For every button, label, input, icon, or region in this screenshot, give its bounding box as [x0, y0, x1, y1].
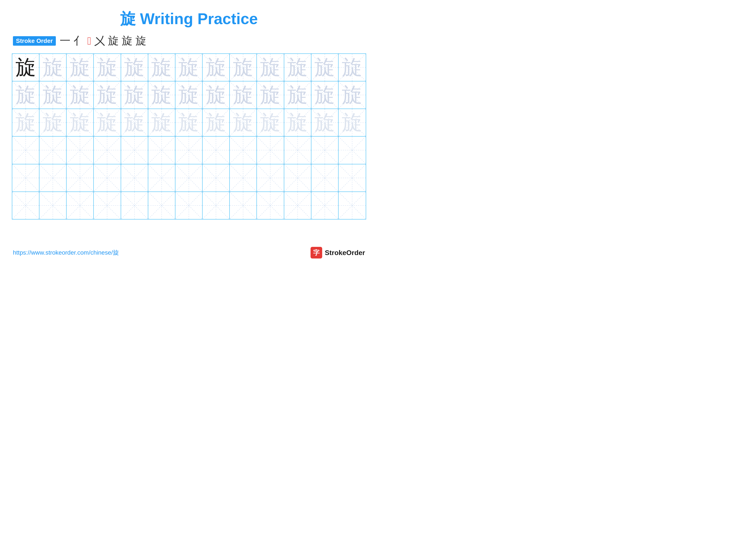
grid-cell-2-13[interactable]: 旋: [338, 81, 366, 109]
grid-cell-2-10[interactable]: 旋: [257, 81, 284, 109]
grid-cell-4-4[interactable]: [94, 137, 121, 164]
grid-cell-3-11[interactable]: 旋: [284, 109, 311, 136]
grid-cell-5-1[interactable]: [12, 165, 40, 191]
char-solid: 旋: [15, 57, 36, 78]
grid-cell-6-9[interactable]: [230, 192, 257, 219]
grid-cell-3-12[interactable]: 旋: [311, 109, 338, 136]
grid-cell-2-8[interactable]: 旋: [202, 81, 230, 109]
stroke-2: 亻: [73, 34, 84, 48]
grid-row-6: [12, 192, 366, 219]
grid-cell-3-8[interactable]: 旋: [202, 109, 230, 136]
stroke-sequence: 一 亻 𠃊 㐅 旋 旋 旋: [60, 34, 146, 48]
grid-cell-6-6[interactable]: [148, 192, 176, 219]
footer-url[interactable]: https://www.strokeorder.com/chinese/旋: [13, 249, 119, 257]
grid-cell-5-8[interactable]: [202, 165, 230, 191]
grid-cell-4-8[interactable]: [202, 137, 230, 164]
footer-logo: 字 StrokeOrder: [310, 247, 365, 259]
grid-cell-4-12[interactable]: [311, 137, 338, 164]
grid-row-3: 旋 旋 旋 旋 旋 旋 旋 旋 旋 旋 旋 旋 旋: [12, 109, 366, 137]
grid-cell-4-9[interactable]: [230, 137, 257, 164]
grid-row-5: [12, 165, 366, 192]
grid-cell-5-12[interactable]: [311, 165, 338, 191]
grid-cell-4-6[interactable]: [148, 137, 176, 164]
grid-cell-4-10[interactable]: [257, 137, 284, 164]
grid-cell-1-13[interactable]: 旋: [338, 54, 366, 81]
stroke-3: 𠃊: [87, 35, 91, 47]
logo-icon-char: 字: [313, 248, 320, 257]
grid-cell-2-7[interactable]: 旋: [176, 81, 202, 109]
logo-text: StrokeOrder: [325, 249, 365, 257]
grid-cell-1-7[interactable]: 旋: [176, 54, 202, 81]
grid-cell-4-1[interactable]: [12, 137, 40, 164]
grid-cell-6-5[interactable]: [121, 192, 148, 219]
grid-cell-6-10[interactable]: [257, 192, 284, 219]
grid-cell-1-6[interactable]: 旋: [148, 54, 176, 81]
grid-cell-6-2[interactable]: [40, 192, 67, 219]
grid-cell-3-1[interactable]: 旋: [12, 109, 40, 136]
grid-row-4: [12, 137, 366, 164]
grid-cell-1-11[interactable]: 旋: [284, 54, 311, 81]
stroke-1: 一: [60, 34, 70, 48]
grid-cell-1-4[interactable]: 旋: [94, 54, 121, 81]
grid-cell-1-12[interactable]: 旋: [311, 54, 338, 81]
grid-cell-5-4[interactable]: [94, 165, 121, 191]
grid-cell-5-13[interactable]: [338, 165, 366, 191]
grid-cell-3-2[interactable]: 旋: [40, 109, 67, 136]
grid-cell-3-13[interactable]: 旋: [338, 109, 366, 136]
grid-cell-4-3[interactable]: [67, 137, 94, 164]
grid-cell-4-2[interactable]: [40, 137, 67, 164]
grid-cell-3-3[interactable]: 旋: [67, 109, 94, 136]
grid-cell-5-10[interactable]: [257, 165, 284, 191]
grid-cell-5-11[interactable]: [284, 165, 311, 191]
grid-cell-6-12[interactable]: [311, 192, 338, 219]
grid-cell-6-8[interactable]: [202, 192, 230, 219]
page-title: 旋 Writing Practice: [0, 0, 378, 29]
grid-cell-6-1[interactable]: [12, 192, 40, 219]
grid-cell-3-4[interactable]: 旋: [94, 109, 121, 136]
stroke-order-row: Stroke Order 一 亻 𠃊 㐅 旋 旋 旋: [0, 34, 378, 48]
grid-cell-1-1[interactable]: 旋: [12, 54, 40, 81]
grid-cell-3-10[interactable]: 旋: [257, 109, 284, 136]
stroke-4: 㐅: [94, 34, 105, 48]
grid-cell-3-5[interactable]: 旋: [121, 109, 148, 136]
grid-cell-6-3[interactable]: [67, 192, 94, 219]
grid-cell-6-7[interactable]: [176, 192, 202, 219]
grid-cell-3-9[interactable]: 旋: [230, 109, 257, 136]
title-char: 旋: [120, 10, 136, 27]
grid-cell-4-11[interactable]: [284, 137, 311, 164]
grid-cell-2-2[interactable]: 旋: [40, 81, 67, 109]
grid-cell-5-3[interactable]: [67, 165, 94, 191]
grid-cell-2-3[interactable]: 旋: [67, 81, 94, 109]
logo-icon: 字: [310, 247, 322, 259]
grid-cell-2-4[interactable]: 旋: [94, 81, 121, 109]
grid-cell-2-9[interactable]: 旋: [230, 81, 257, 109]
grid-cell-1-10[interactable]: 旋: [257, 54, 284, 81]
grid-cell-3-6[interactable]: 旋: [148, 109, 176, 136]
grid-cell-5-9[interactable]: [230, 165, 257, 191]
grid-cell-5-7[interactable]: [176, 165, 202, 191]
grid-cell-1-8[interactable]: 旋: [202, 54, 230, 81]
stroke-order-badge: Stroke Order: [13, 36, 56, 46]
grid-cell-2-12[interactable]: 旋: [311, 81, 338, 109]
grid-cell-3-7[interactable]: 旋: [176, 109, 202, 136]
grid-cell-2-6[interactable]: 旋: [148, 81, 176, 109]
grid-cell-2-11[interactable]: 旋: [284, 81, 311, 109]
grid-cell-4-5[interactable]: [121, 137, 148, 164]
grid-cell-1-2[interactable]: 旋: [40, 54, 67, 81]
grid-cell-5-5[interactable]: [121, 165, 148, 191]
grid-cell-2-5[interactable]: 旋: [121, 81, 148, 109]
grid-cell-5-2[interactable]: [40, 165, 67, 191]
grid-cell-2-1[interactable]: 旋: [12, 81, 40, 109]
grid-cell-6-4[interactable]: [94, 192, 121, 219]
grid-cell-4-13[interactable]: [338, 137, 366, 164]
grid-cell-1-9[interactable]: 旋: [230, 54, 257, 81]
stroke-7: 旋: [136, 34, 146, 48]
stroke-6: 旋: [122, 34, 133, 48]
grid-cell-5-6[interactable]: [148, 165, 176, 191]
grid-row-2: 旋 旋 旋 旋 旋 旋 旋 旋 旋 旋 旋 旋 旋: [12, 81, 366, 109]
grid-cell-1-3[interactable]: 旋: [67, 54, 94, 81]
grid-cell-1-5[interactable]: 旋: [121, 54, 148, 81]
grid-cell-4-7[interactable]: [176, 137, 202, 164]
grid-cell-6-11[interactable]: [284, 192, 311, 219]
grid-cell-6-13[interactable]: [338, 192, 366, 219]
